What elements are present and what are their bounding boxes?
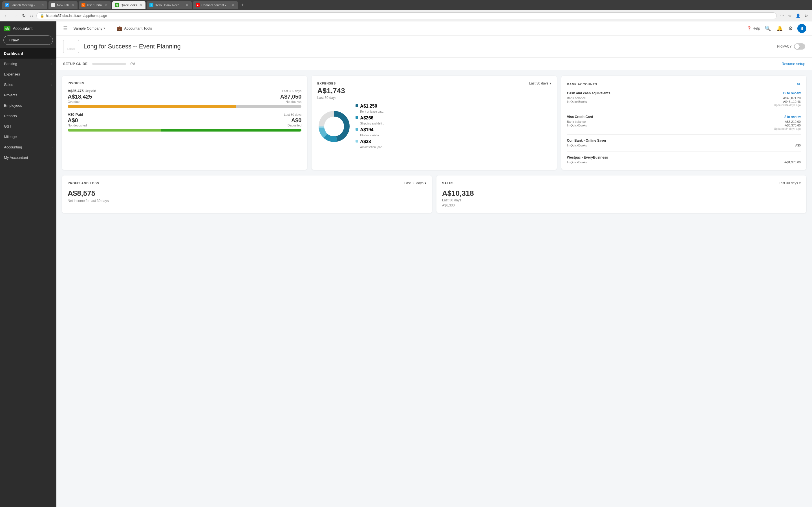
profit-loss-widget: PROFIT AND LOSS Last 30 days ▾ A$8,575 N… — [62, 175, 432, 213]
tab-xero-label: Xero | Bank Reconciliati... — [155, 3, 183, 7]
company-selector[interactable]: Sample Company ▾ — [73, 26, 105, 31]
sidebar-item-accounting[interactable]: Accounting › — [0, 142, 56, 152]
bank-edit-icon[interactable]: ✏ — [797, 81, 801, 87]
setup-guide-label: SETUP GUIDE — [63, 62, 88, 66]
sidebar-item-banking-label: Banking — [4, 62, 51, 66]
company-dropdown-icon: ▾ — [103, 26, 105, 30]
sidebar-item-dashboard[interactable]: Dashboard — [0, 48, 56, 59]
legend-text-4: A$33 Amortisation (and... — [360, 139, 385, 149]
bank-account-combank-name: ComBank - Online Saver — [567, 138, 606, 143]
setup-progress-bar — [92, 63, 126, 65]
extensions-button[interactable]: ⋯ — [779, 12, 785, 19]
setup-guide: SETUP GUIDE 0% Resume setup — [56, 58, 812, 70]
tab-newtab[interactable]: New Tab ✕ — [49, 1, 78, 9]
deposited-fill — [161, 129, 302, 131]
main-header: ☰ Sample Company ▾ 💼 Accountant Tools ❓ … — [56, 21, 812, 36]
back-button[interactable]: ← — [3, 12, 10, 19]
tab-zoom[interactable]: Z Launch Meeting - Zoom ✕ — [2, 1, 47, 9]
banking-chevron-icon: › — [51, 62, 52, 66]
new-tab-button[interactable]: + — [239, 2, 246, 8]
expenses-chevron-icon: › — [51, 73, 52, 76]
sidebar-item-expenses[interactable]: Expenses › — [0, 69, 56, 79]
bank-visa-qb-balance: In QuickBooks -A$3,370.60 — [567, 124, 801, 127]
sidebar-item-expenses-label: Expenses — [4, 72, 51, 76]
privacy-toggle[interactable]: PRIVACY — [777, 43, 805, 50]
help-button[interactable]: ❓ Help — [747, 26, 760, 31]
lock-icon: 🔒 — [40, 14, 44, 18]
company-logo-placeholder[interactable]: + LOGO — [63, 40, 79, 53]
donut-svg — [317, 110, 351, 144]
tab-quickbooks-close[interactable]: ✕ — [139, 3, 143, 7]
bank-combank-qb-balance: In QuickBooks A$0 — [567, 144, 801, 147]
main-content: + LOGO Long for Success -- Event Plannin… — [56, 36, 812, 507]
privacy-toggle-switch[interactable] — [794, 43, 805, 50]
bank-account-westpac-header: Westpac - EveryBusiness — [567, 156, 801, 159]
sidebar-item-gst-label: GST — [4, 124, 52, 128]
home-button[interactable]: ⌂ — [29, 12, 34, 19]
legend-item-4: A$33 Amortisation (and... — [356, 139, 551, 149]
sidebar-item-projects[interactable]: Projects — [0, 90, 56, 100]
sales-sub2: A$6,300 — [442, 203, 801, 207]
search-button[interactable]: 🔍 — [763, 24, 772, 33]
tab-quickbooks-label: QuickBooks — [121, 3, 137, 7]
sidebar-item-gst[interactable]: GST — [0, 121, 56, 131]
accountant-tools-button[interactable]: 💼 Accountant Tools — [114, 24, 154, 32]
refresh-button[interactable]: ↻ — [21, 12, 27, 19]
sales-chevron-icon: › — [51, 83, 52, 87]
tab-userportal-close[interactable]: ✕ — [104, 3, 108, 7]
tab-newtab-close[interactable]: ✕ — [71, 3, 75, 7]
sidebar-item-sales[interactable]: Sales › — [0, 79, 56, 90]
sidebar-item-sales-label: Sales — [4, 82, 51, 87]
forward-button[interactable]: → — [12, 12, 18, 19]
toggle-knob — [795, 44, 800, 49]
app: qb Accountant + New Dashboard Banking › … — [0, 21, 812, 507]
invoices-paid-amounts: A$0 Not deposited A$0 Deposited — [68, 117, 301, 127]
sidebar-item-reports-label: Reports — [4, 114, 52, 118]
tab-xero[interactable]: X Xero | Bank Reconciliati... ✕ — [147, 1, 192, 9]
bookmark-button[interactable]: ☆ — [787, 12, 793, 19]
svg-point-5 — [324, 117, 344, 136]
new-button[interactable]: + New — [3, 36, 53, 45]
sidebar-item-myaccountant-label: My Accountant — [4, 156, 52, 160]
sidebar-item-mileage-label: Mileage — [4, 135, 52, 139]
settings-gear-button[interactable]: ⚙ — [787, 24, 794, 33]
bank-visa-review-link[interactable]: 8 to review — [784, 115, 801, 119]
address-bar[interactable]: 🔒 https://c37.qbo.intuit.com/app/homepag… — [36, 12, 777, 19]
tab-xero-close[interactable]: ✕ — [185, 3, 189, 7]
tab-youtube[interactable]: ▶ Channel content - You... ✕ — [193, 1, 238, 9]
expenses-chevron-icon: ▾ — [550, 81, 551, 86]
tab-quickbooks[interactable]: Q QuickBooks ✕ — [112, 1, 146, 9]
profile-button[interactable]: 👤 — [795, 12, 802, 19]
legend-dot-2 — [356, 116, 358, 119]
sidebar-item-banking[interactable]: Banking › — [0, 59, 56, 69]
sidebar-item-projects-label: Projects — [4, 93, 52, 97]
tab-youtube-close[interactable]: ✕ — [231, 3, 235, 7]
hamburger-button[interactable]: ☰ — [62, 24, 69, 33]
sidebar-item-myaccountant[interactable]: My Accountant — [0, 152, 56, 163]
sales-period-selector[interactable]: Last 30 days ▾ — [779, 181, 801, 185]
notifications-button[interactable]: 🔔 — [775, 24, 784, 33]
sidebar-item-reports[interactable]: Reports — [0, 111, 56, 121]
browser-chrome: Z Launch Meeting - Zoom ✕ New Tab ✕ U Us… — [0, 0, 812, 10]
bank-account-cash-header: Cash and cash equivalents 12 to review — [567, 91, 801, 95]
sidebar-item-employees[interactable]: Employees — [0, 100, 56, 111]
pl-period-selector[interactable]: Last 30 days ▾ — [404, 181, 426, 185]
tab-zoom-close[interactable]: ✕ — [41, 3, 45, 7]
help-circle-icon: ❓ — [747, 26, 751, 31]
expenses-donut-chart — [317, 110, 351, 144]
tab-userportal[interactable]: U User Portal ✕ — [79, 1, 111, 9]
sidebar-item-mileage[interactable]: Mileage — [0, 131, 56, 142]
legend-item-1: A$1,250 Rent or lease pay... — [356, 104, 551, 114]
bank-account-westpac: Westpac - EveryBusiness In QuickBooks -A… — [567, 156, 801, 164]
not-due-progress-fill — [236, 105, 301, 108]
bank-cash-review-link[interactable]: 12 to review — [782, 91, 801, 95]
user-avatar[interactable]: B — [797, 24, 806, 33]
invoices-progress-bar — [68, 105, 301, 108]
expenses-period-selector[interactable]: Last 30 days ▾ — [529, 81, 551, 86]
legend-dot-4 — [356, 140, 358, 143]
logo-plus-icon: + — [70, 43, 72, 47]
invoices-paid-label: A$0 Paid — [68, 112, 83, 117]
settings-button[interactable]: ⚙ — [803, 12, 809, 19]
company-name-label: Sample Company — [73, 26, 102, 31]
resume-setup-link[interactable]: Resume setup — [781, 62, 805, 66]
